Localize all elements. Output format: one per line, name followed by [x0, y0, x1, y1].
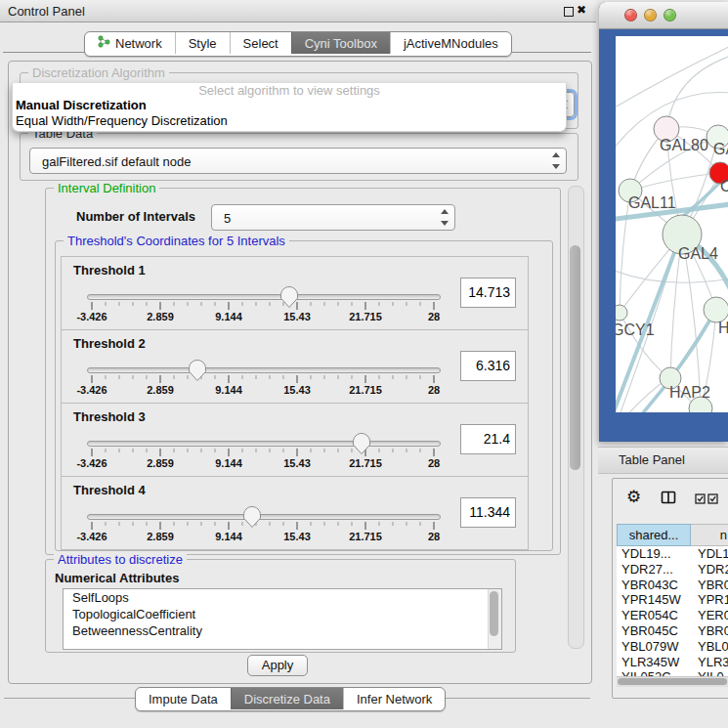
network-graph: GAL80GACGAL11GAL4GCY1HHAP2 — [616, 36, 728, 412]
threshold-value-field[interactable]: 21.4 — [460, 424, 516, 454]
table-row[interactable]: YER054CYER0 — [617, 608, 728, 623]
numerical-attributes-label: Numerical Attributes — [55, 571, 179, 585]
slider-tick-label: 28 — [428, 384, 440, 396]
slider-tick-label: 28 — [428, 311, 440, 322]
discretization-algorithm-title: Discretization Algorithm — [28, 65, 169, 80]
table-body[interactable]: YDL19...YDL1YDR27...YDR2YBR043CYBR0YPR14… — [617, 546, 728, 676]
table-row[interactable]: YPR145WYPR1 — [617, 592, 728, 608]
table-data-combo[interactable]: galFiltered.sif default node — [29, 148, 567, 174]
slider-thumb[interactable] — [242, 505, 262, 529]
thresholds-group-title: Threshold's Coordinates for 5 Intervals — [64, 234, 289, 248]
settings-scrollbar[interactable] — [568, 186, 584, 649]
list-scrollbar[interactable] — [488, 589, 501, 649]
table-row[interactable]: YBL079WYBL0 — [617, 639, 728, 655]
threshold-slider[interactable]: -3.4262.8599.14415.4321.71528 — [85, 431, 441, 474]
slider-tick-label: 28 — [428, 531, 440, 542]
attribute-item[interactable]: SelfLoops — [64, 589, 501, 606]
top-tab-bar: NetworkStyleSelectCyni ToolboxjActiveMNo… — [84, 31, 512, 57]
float-panel-icon[interactable] — [564, 7, 574, 17]
number-of-intervals-combo[interactable]: 5 — [211, 204, 455, 231]
table-row[interactable]: YDR27...YDR2 — [617, 562, 728, 578]
apply-button[interactable]: Apply — [247, 655, 308, 676]
tab-jactivemnodules[interactable]: jActiveMNodules — [390, 32, 511, 54]
combo-up-arrow-icon — [441, 209, 449, 214]
column-header-shared-name[interactable]: shared... — [617, 524, 691, 546]
slider-ticks — [85, 522, 441, 532]
cell-shared-name: YER054C — [617, 608, 694, 623]
attributes-group-title: Attributes to discretize — [54, 552, 187, 567]
tab-impute-data[interactable]: Impute Data — [136, 688, 231, 709]
cell-shared-name: YPR145W — [617, 592, 694, 608]
dropdown-option-manual-discretization[interactable]: Manual Discretization — [13, 98, 566, 113]
slider-tick-label: 2.859 — [147, 384, 174, 396]
close-panel-icon[interactable]: ✖ — [577, 3, 586, 17]
table-row[interactable]: YDL19...YDL1 — [617, 546, 728, 562]
slider-tick-label: 15.43 — [283, 384, 311, 396]
tab-select[interactable]: Select — [230, 32, 291, 54]
threshold-label: Threshold 2 — [73, 336, 146, 351]
slider-thumb[interactable] — [279, 285, 299, 309]
table-h-scrollbar[interactable] — [617, 676, 728, 687]
zoom-window-icon[interactable] — [664, 9, 676, 21]
slider-tick-label: 9.144 — [215, 531, 242, 542]
network-canvas[interactable]: GAL80GACGAL11GAL4GCY1HHAP2 — [616, 36, 728, 412]
dropdown-placeholder: Select algorithm to view settings — [13, 83, 566, 98]
slider-tick-label: 21.715 — [349, 457, 382, 469]
slider-tick-label: 15.43 — [283, 311, 311, 322]
cell-name: YBR0 — [694, 623, 728, 639]
column-checkbox-icons[interactable] — [695, 493, 718, 504]
slider-ticks — [85, 449, 441, 458]
tab-cyni-toolbox[interactable]: Cyni Toolbox — [291, 32, 390, 54]
gear-icon[interactable]: ⚙ — [626, 487, 641, 506]
tab-style[interactable]: Style — [175, 32, 230, 54]
threshold-slider[interactable]: -3.4262.8599.14415.4321.71528 — [85, 358, 441, 401]
table-row[interactable]: YBR045CYBR0 — [617, 623, 728, 639]
slider-thumb[interactable] — [188, 359, 207, 382]
cell-name: YPR1 — [694, 592, 728, 608]
network-view-window: GAL80GACGAL11GAL4GCY1HHAP2 — [599, 2, 728, 442]
numerical-attributes-list[interactable]: SelfLoopsTopologicalCoefficientBetweenne… — [63, 588, 502, 650]
cell-name: YBR0 — [694, 578, 728, 593]
table-panel-titlebar: Table Panel — [598, 447, 728, 474]
network-icon — [98, 35, 110, 51]
tab-network[interactable]: Network — [85, 32, 175, 54]
table-header-row: shared... n — [617, 524, 728, 546]
threshold-slider[interactable]: -3.4262.8599.14415.4321.71528 — [85, 504, 441, 547]
tab-label: Discretize Data — [244, 692, 330, 707]
dropdown-option-equal-width-frequency-discretization[interactable]: Equal Width/Frequency Discretization — [13, 113, 566, 129]
threshold-value-field[interactable]: 11.344 — [460, 497, 516, 528]
tab-infer-network[interactable]: Infer Network — [343, 688, 445, 709]
threshold-slider[interactable]: -3.4262.8599.14415.4321.71528 — [85, 284, 441, 327]
list-scrollbar-thumb[interactable] — [490, 591, 498, 636]
slider-tick-label: 15.43 — [283, 457, 311, 469]
table-row[interactable]: YIL052CYIL0 — [617, 669, 728, 676]
number-of-intervals-label: Number of Intervals — [76, 209, 195, 224]
threshold-value-field[interactable]: 14.713 — [460, 278, 516, 308]
table-panel-title: Table Panel — [619, 452, 685, 467]
checked-box-icon — [707, 493, 718, 504]
cell-name: YLR3 — [694, 655, 728, 670]
slider-tick-label: 2.859 — [147, 531, 174, 542]
network-node[interactable] — [616, 305, 627, 321]
slider-tick-label: 2.859 — [147, 311, 174, 322]
threshold-label: Threshold 4 — [73, 483, 146, 497]
split-columns-icon[interactable] — [661, 490, 676, 509]
table-row[interactable]: YBR043CYBR0 — [617, 578, 728, 593]
close-window-icon[interactable] — [624, 9, 637, 21]
threshold-value-field[interactable]: 6.316 — [460, 351, 516, 381]
threshold-label: Threshold 1 — [73, 263, 146, 278]
settings-scrollbar-thumb[interactable] — [570, 245, 580, 470]
tab-discretize-data[interactable]: Discretize Data — [231, 688, 343, 709]
table-row[interactable]: YLR345WYLR3 — [617, 655, 728, 670]
slider-tick-label: 15.43 — [283, 531, 311, 542]
number-of-intervals-value: 5 — [224, 210, 231, 225]
attribute-item[interactable]: TopologicalCoefficient — [64, 606, 501, 622]
slider-thumb[interactable] — [352, 432, 371, 455]
cell-name: YIL0 — [694, 669, 724, 676]
minimize-window-icon[interactable] — [644, 9, 657, 21]
column-header-name[interactable]: n — [691, 524, 728, 546]
table-h-scrollbar-thumb[interactable] — [618, 678, 727, 685]
attribute-item[interactable]: BetweennessCentrality — [64, 622, 501, 639]
network-edge — [616, 269, 728, 282]
network-node-label: GAL80 — [660, 137, 708, 153]
